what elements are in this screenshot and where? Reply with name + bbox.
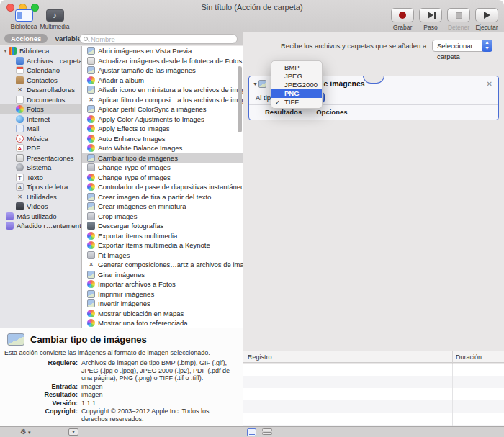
action-icon	[87, 105, 95, 113]
variables-panel-toggle[interactable]: ▾	[68, 428, 78, 436]
action-list-item[interactable]: Exportar ítems multimedia	[82, 231, 243, 241]
checkmark-icon: ✓	[275, 99, 280, 106]
action-icon	[87, 251, 95, 259]
sidebar-item[interactable]: Presentaciones	[0, 153, 81, 163]
action-list-item[interactable]: Change Type of Images	[82, 173, 243, 183]
action-list-item[interactable]: Crear imágenes en miniatura	[82, 202, 243, 212]
sidebar-item-label: Archivos…carpetas	[27, 57, 81, 65]
action-list-item[interactable]: Crop Images	[82, 212, 243, 222]
sidebar-item-biblioteca[interactable]: ▼ Biblioteca	[0, 46, 81, 56]
sidebar-item[interactable]: Mail	[0, 124, 81, 134]
action-list-item[interactable]: Importar archivos a Fotos	[82, 279, 243, 289]
action-list-item[interactable]: Change Type of Images	[82, 163, 243, 173]
action-item-label: Crear imagen de tira a partir del texto	[98, 193, 211, 201]
action-icon	[87, 174, 95, 181]
sidebar-item[interactable]: Internet	[0, 114, 81, 125]
gear-menu-button[interactable]: ⚙ ▾	[20, 428, 30, 436]
log-col-duracion: Duración	[456, 353, 482, 361]
action-list-item[interactable]: Apply Effects to Images	[82, 124, 243, 134]
action-icon	[87, 222, 95, 230]
sidebar-item[interactable]: A PDF	[0, 143, 81, 153]
action-list-item[interactable]: ✕ Aplicar filtro de composi…a los archiv…	[82, 95, 243, 105]
action-list-item[interactable]: ✕ Generar composiciones…artz a archivos …	[82, 260, 243, 270]
action-footer-link[interactable]: Opciones	[316, 108, 347, 116]
action-item-label: Importar archivos a Fotos	[98, 280, 176, 288]
sidebar-item[interactable]: A Tipos de letra	[0, 182, 81, 192]
disclosure-triangle-icon[interactable]: ▼	[3, 48, 9, 53]
log-view-stack-icon[interactable]	[262, 428, 272, 436]
sidebar-item-label: Internet	[27, 115, 50, 123]
toolbar-run-button[interactable]: Grabar	[391, 8, 414, 31]
action-item-label: Abrir imágenes en Vista Previa	[98, 47, 192, 55]
sidebar-item-label: Texto	[27, 174, 43, 181]
sidebar-smart-item[interactable]: Más utilizado	[0, 212, 81, 222]
action-list-item[interactable]: Auto Enhance Images	[82, 134, 243, 144]
action-list-item[interactable]: Controlador de pase de diapositivas inst…	[82, 182, 243, 192]
close-action-icon[interactable]: ✕	[487, 80, 492, 88]
sidebar-item[interactable]: Archivos…carpetas	[0, 56, 81, 66]
sidebar-item-label: Utilidades	[27, 193, 57, 201]
toolbar-run-button[interactable]: Paso	[419, 8, 442, 31]
sidebar-item[interactable]: ✕ Desarrolladores	[0, 85, 81, 95]
format-menu-item[interactable]: PNG	[271, 89, 322, 98]
select-folder-popup[interactable]: Seleccionar carpeta ▲▼	[432, 40, 492, 52]
action-block-icon	[258, 80, 266, 88]
smart-folder-icon	[6, 222, 14, 230]
action-icon: ✕	[87, 261, 95, 269]
sidebar-smart-item[interactable]: Añadido r…entemente	[0, 221, 81, 231]
sidebar-item-label: Tipos de letra	[27, 183, 68, 191]
action-list-item[interactable]: Descargar fotografías	[82, 221, 243, 231]
action-list-item[interactable]: Crear imagen de tira a partir del texto	[82, 192, 243, 202]
sidebar-item[interactable]: Sistema	[0, 163, 81, 173]
action-list-item[interactable]: Actualizar imágenes desde la fototeca de…	[82, 56, 243, 66]
toolbar-run-button[interactable]: Ejecutar	[475, 8, 498, 31]
action-list-item[interactable]: Añadir icono en miniatura a los archivos…	[82, 85, 243, 95]
action-footer-link[interactable]: Resultados	[265, 108, 302, 116]
action-list-item[interactable]: Añadir a álbum	[82, 76, 243, 86]
action-list-item[interactable]: Aplicar perfil ColorSync a imágenes	[82, 104, 243, 114]
action-item-label: Auto White Balance Images	[98, 144, 182, 152]
sidebar-item[interactable]: Contactos	[0, 76, 81, 86]
log-column-divider[interactable]	[452, 351, 453, 364]
action-list-item[interactable]: Imprimir imágenes	[82, 289, 243, 299]
log-view-list-icon[interactable]	[247, 428, 256, 436]
action-icon	[87, 232, 95, 240]
media-toolbar-button[interactable]: ♪ Multimedia	[35, 9, 75, 30]
format-menu-item[interactable]: JPEG2000	[271, 80, 322, 89]
sidebar-item-label: Mail	[27, 125, 39, 132]
action-list-item[interactable]: Fit Images	[82, 251, 243, 261]
tab-acciones[interactable]: Acciones	[4, 34, 48, 43]
action-icon	[87, 290, 95, 298]
sidebar-item[interactable]: T Texto	[0, 173, 81, 183]
format-menu-item[interactable]: JPEG	[271, 71, 322, 80]
format-menu-item[interactable]: ✓ TIFF	[271, 98, 322, 107]
action-disclosure-icon[interactable]: ▼	[253, 81, 258, 86]
toolbar-run-button[interactable]: Detener	[447, 8, 470, 31]
actions-scrollbar[interactable]	[238, 66, 242, 132]
action-icon	[87, 202, 95, 210]
action-item-label: Crop Images	[98, 212, 137, 220]
action-list-item[interactable]: Invertir imágenes	[82, 299, 243, 309]
sidebar-root-label: Biblioteca	[19, 47, 49, 55]
sidebar-item[interactable]: ♪ Música	[0, 134, 81, 144]
input-row-label: Recibe los archivos y carpetas que se añ…	[281, 42, 428, 50]
format-menu-item[interactable]: BMP	[271, 63, 322, 71]
action-list-item[interactable]: Auto White Balance Images	[82, 143, 243, 153]
action-list-item[interactable]: Girar imágenes	[82, 270, 243, 280]
sidebar-item[interactable]: Fotos	[0, 104, 81, 114]
sidebar-item[interactable]: Documentos	[0, 95, 81, 105]
action-list-item[interactable]: Cambiar tipo de imágenes	[82, 153, 243, 163]
action-list-item[interactable]: Exportar ítems multimedia a Keynote	[82, 240, 243, 251]
library-tab-bar: Acciones Variables Nombre	[0, 32, 243, 45]
search-input[interactable]: Nombre	[79, 34, 238, 44]
action-list-item[interactable]: Abrir imágenes en Vista Previa	[82, 46, 243, 56]
sidebar-smart-label: Añadido r…entemente	[17, 222, 81, 230]
action-list-item[interactable]: Ajustar tamaño de las imágenes	[82, 66, 243, 76]
sidebar-item[interactable]: Vídeos	[0, 202, 81, 212]
action-list-item[interactable]: Mostrar ubicación en Mapas	[82, 309, 243, 319]
action-list-item[interactable]: Apply Color Adjustments to Images	[82, 114, 243, 125]
sidebar-item[interactable]: ✕ Utilidades	[0, 192, 81, 202]
sidebar-item[interactable]: Calendario	[0, 66, 81, 76]
select-folder-value: Seleccionar carpeta	[437, 42, 473, 60]
action-list-item[interactable]: Mostrar una foto referenciada	[82, 318, 243, 328]
